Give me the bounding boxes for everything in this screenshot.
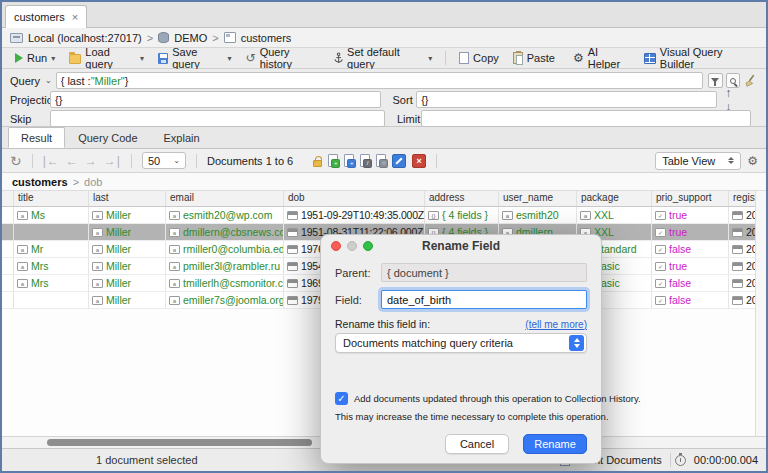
table-cell[interactable]: Miller bbox=[89, 241, 166, 257]
scrollbar-thumb[interactable] bbox=[47, 439, 312, 446]
field-name-input[interactable]: date_of_birth bbox=[381, 290, 587, 309]
table-breadcrumb-field[interactable]: dob bbox=[84, 176, 102, 188]
close-tab-icon[interactable]: × bbox=[72, 11, 78, 23]
gear-icon[interactable]: ⚙ bbox=[747, 155, 758, 167]
table-row[interactable]: MsMilleresmith20@wp.com1951-09-29T10:49:… bbox=[2, 207, 766, 224]
column-header-dob[interactable]: dob bbox=[284, 191, 425, 206]
table-cell[interactable]: XXL bbox=[577, 207, 652, 223]
refresh-icon[interactable]: ↻ bbox=[10, 154, 22, 168]
paste-button[interactable]: Paste bbox=[508, 51, 560, 65]
tab-result[interactable]: Result bbox=[8, 127, 65, 148]
collection-history-checkbox[interactable]: ✓ bbox=[335, 392, 348, 405]
table-cell[interactable]: esmith20@wp.com bbox=[166, 207, 284, 223]
string-type-icon bbox=[502, 211, 513, 220]
view-mode-select[interactable]: Table View bbox=[655, 152, 741, 170]
projection-label: Projection bbox=[10, 94, 50, 106]
set-default-query-button[interactable]: Set default query ▾ bbox=[329, 45, 437, 71]
bool-type-icon bbox=[655, 245, 666, 254]
add-document-icon[interactable] bbox=[328, 154, 338, 167]
column-header-package[interactable]: package bbox=[577, 191, 652, 206]
skip-input[interactable] bbox=[50, 110, 385, 127]
run-button[interactable]: Run ▾ bbox=[10, 51, 60, 65]
result-toolbar: ↻ |← ← → →| 50 ⌄ Documents 1 to 6 × Tabl… bbox=[2, 149, 766, 173]
table-cell[interactable]: false bbox=[652, 241, 729, 257]
table-cell[interactable]: Mrs bbox=[14, 275, 89, 291]
edit-document-icon[interactable] bbox=[360, 154, 370, 167]
table-cell[interactable]: emiller7s@joomla.org bbox=[166, 292, 284, 308]
column-header-prio_support[interactable]: prio_support bbox=[652, 191, 729, 206]
toolbar-divider bbox=[32, 154, 33, 168]
last-page-button[interactable]: →| bbox=[104, 154, 121, 168]
table-cell[interactable]: dmillern@cbsnews.com bbox=[166, 224, 284, 240]
query-input[interactable]: { last : "Miller" } bbox=[56, 72, 703, 89]
ai-helper-button[interactable]: ⚙ AI Helper bbox=[568, 45, 635, 71]
rename-scope-select[interactable]: Documents matching query criteria bbox=[335, 333, 587, 353]
tab-customers[interactable]: customers × bbox=[5, 5, 87, 28]
view-document-icon[interactable] bbox=[376, 154, 386, 167]
table-breadcrumb-collection[interactable]: customers bbox=[12, 176, 68, 188]
table-cell[interactable]: Ms bbox=[14, 207, 89, 223]
save-query-button[interactable]: Save query ▾ bbox=[153, 45, 237, 71]
close-window-icon[interactable] bbox=[331, 241, 341, 251]
table-cell[interactable]: Mr bbox=[14, 241, 89, 257]
load-query-button[interactable]: Load query ▾ bbox=[64, 45, 149, 71]
breadcrumb-connection[interactable]: Local (localhost:27017) bbox=[28, 32, 142, 44]
table-cell[interactable] bbox=[14, 292, 89, 308]
table-cell[interactable]: Miller bbox=[89, 292, 166, 308]
table-cell[interactable]: false bbox=[652, 275, 729, 291]
date-type-icon bbox=[732, 211, 743, 220]
vertical-scrollbar[interactable] bbox=[755, 191, 766, 436]
chevron-down-icon[interactable]: ⌄ bbox=[45, 76, 52, 85]
cancel-button[interactable]: Cancel bbox=[445, 434, 509, 454]
copy-label: Copy bbox=[473, 52, 499, 64]
lock-icon[interactable] bbox=[313, 160, 322, 167]
tab-explain[interactable]: Explain bbox=[151, 127, 213, 148]
chevron-down-icon: ⌄ bbox=[173, 156, 180, 165]
table-cell[interactable]: Mrs bbox=[14, 258, 89, 274]
filter-options-button[interactable] bbox=[708, 73, 723, 88]
limit-input[interactable] bbox=[421, 110, 751, 127]
table-cell[interactable] bbox=[14, 224, 89, 240]
duplicate-document-icon[interactable] bbox=[344, 154, 354, 167]
rename-button[interactable]: Rename bbox=[523, 434, 587, 454]
table-cell[interactable]: Miller bbox=[89, 224, 166, 240]
table-cell[interactable]: Miller bbox=[89, 275, 166, 291]
projection-input[interactable]: {} bbox=[50, 91, 381, 108]
column-header-last[interactable]: last bbox=[89, 191, 166, 206]
table-cell[interactable]: true bbox=[652, 224, 729, 240]
previous-page-button[interactable]: ← bbox=[66, 154, 79, 168]
table-cell[interactable]: Miller bbox=[89, 258, 166, 274]
column-header-email[interactable]: email bbox=[166, 191, 284, 206]
table-cell[interactable]: pmiller3l@rambler.ru bbox=[166, 258, 284, 274]
breadcrumb-collection[interactable]: customers bbox=[241, 32, 292, 44]
table-cell[interactable]: tmillerlh@csmonitor.com bbox=[166, 275, 284, 291]
column-header-user_name[interactable]: user_name bbox=[499, 191, 577, 206]
first-page-button[interactable]: |← bbox=[43, 154, 60, 168]
tell-me-more-link[interactable]: (tell me more) bbox=[525, 319, 587, 330]
dialog-title-bar[interactable]: Rename Field bbox=[321, 235, 601, 257]
table-cell[interactable]: true bbox=[652, 207, 729, 223]
table-cell[interactable]: esmith20 bbox=[499, 207, 577, 223]
field-label: Field: bbox=[335, 294, 381, 306]
string-type-icon bbox=[169, 228, 180, 237]
column-header-title[interactable]: title bbox=[14, 191, 89, 206]
visual-query-builder-button[interactable]: Visual Query Builder bbox=[639, 45, 758, 71]
table-cell[interactable]: Miller bbox=[89, 207, 166, 223]
delete-document-icon[interactable]: × bbox=[412, 154, 426, 168]
zoom-window-icon[interactable] bbox=[363, 241, 373, 251]
table-cell[interactable]: 1951-09-29T10:49:35.000Z bbox=[284, 207, 425, 223]
sort-input[interactable]: {} bbox=[416, 91, 717, 108]
in-place-edit-icon[interactable] bbox=[392, 154, 406, 168]
table-cell[interactable]: { 4 fields } bbox=[425, 207, 499, 223]
table-cell[interactable]: true bbox=[652, 258, 729, 274]
query-history-button[interactable]: ↺ Query history bbox=[241, 45, 325, 71]
breadcrumb-database[interactable]: DEMO bbox=[174, 32, 207, 44]
tab-query-code[interactable]: Query Code bbox=[65, 127, 150, 148]
table-cell[interactable]: false bbox=[652, 292, 729, 308]
next-page-button[interactable]: → bbox=[85, 154, 98, 168]
page-size-select[interactable]: 50 ⌄ bbox=[142, 152, 186, 169]
table-cell[interactable]: rmiller0@columbia.edu bbox=[166, 241, 284, 257]
visual-query-builder-icon bbox=[644, 53, 656, 64]
copy-button[interactable]: Copy bbox=[454, 51, 504, 65]
column-header-address[interactable]: address bbox=[425, 191, 499, 206]
